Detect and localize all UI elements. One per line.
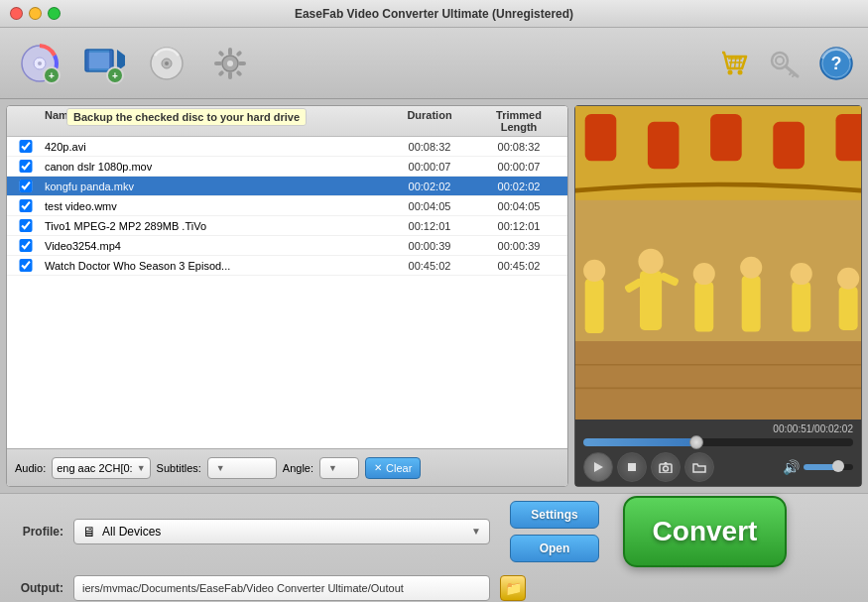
audio-dropdown[interactable]: eng aac 2CH[0: ▼ [52, 457, 150, 479]
table-row[interactable]: test video.wmv 00:04:05 00:04:05 [7, 196, 567, 216]
open-button[interactable]: Open [510, 535, 599, 562]
table-row[interactable]: 420p.avi 00:08:32 00:08:32 [7, 137, 567, 157]
row-checkbox[interactable] [11, 219, 41, 232]
profile-row: Profile: 🖥 All Devices ▼ Settings Open C… [14, 496, 854, 567]
file-duration: 00:45:02 [385, 260, 474, 272]
minimize-button[interactable] [29, 7, 42, 20]
output-path: iers/mvmac/Documents/EaseFab/Video Conve… [73, 575, 490, 601]
scene-svg [575, 106, 861, 420]
settings-toolbar-button[interactable] [200, 34, 260, 93]
add-dvd-button[interactable]: + [10, 34, 69, 93]
key-button[interactable] [763, 42, 806, 85]
svg-rect-62 [742, 276, 761, 332]
volume-icon: 🔊 [783, 459, 800, 475]
row-checkbox[interactable] [11, 140, 41, 153]
subtitle-dropdown[interactable]: ▼ [207, 457, 277, 479]
file-list-panel: Name Duration Trimmed Length Backup the … [6, 105, 568, 487]
progress-thumb[interactable] [689, 435, 703, 449]
angle-dropdown[interactable]: ▼ [319, 457, 359, 479]
row-checkbox[interactable] [11, 160, 41, 173]
snapshot-button[interactable] [651, 452, 681, 482]
subtitle-dropdown-arrow: ▼ [216, 463, 225, 473]
svg-rect-22 [235, 50, 242, 57]
svg-rect-45 [710, 114, 742, 161]
svg-point-65 [791, 263, 812, 285]
toolbar-right: ? [711, 42, 858, 85]
clear-button[interactable]: ✕ Clear [365, 457, 421, 479]
playback-controls: 🔊 [583, 452, 853, 482]
volume-thumb[interactable] [832, 460, 844, 472]
video-scene [575, 106, 861, 420]
folder-button[interactable] [684, 452, 714, 482]
file-trimmed: 00:08:32 [474, 141, 563, 153]
video-preview [575, 106, 861, 420]
file-trimmed: 00:00:39 [474, 240, 563, 252]
col-duration: Duration [385, 109, 474, 133]
stop-icon [627, 462, 637, 472]
row-checkbox[interactable] [11, 199, 41, 212]
table-row[interactable]: kongfu panda.mkv 00:02:02 00:02:02 [7, 177, 567, 196]
svg-line-35 [790, 72, 792, 74]
svg-rect-60 [694, 282, 713, 332]
svg-point-57 [638, 249, 663, 274]
file-name: test video.wmv [41, 200, 385, 212]
cart-button[interactable] [711, 42, 755, 85]
svg-point-55 [583, 260, 605, 282]
svg-rect-21 [217, 50, 224, 57]
svg-rect-66 [839, 287, 858, 330]
settings-button[interactable]: Settings [510, 501, 599, 529]
svg-point-63 [740, 257, 762, 279]
gear-icon [208, 42, 252, 85]
svg-rect-8 [85, 50, 89, 71]
row-checkbox[interactable] [11, 180, 41, 192]
file-list-body: 420p.avi 00:08:32 00:08:32 canon dslr 10… [7, 137, 567, 448]
table-row[interactable]: Tivo1 MPEG-2 MP2 289MB .TiVo 00:12:01 00… [7, 216, 567, 236]
file-name: Video3254.mp4 [41, 240, 385, 252]
window-controls [10, 7, 61, 20]
volume-slider[interactable] [804, 464, 853, 470]
file-trimmed: 00:00:07 [474, 161, 563, 173]
right-action-buttons: Settings Open [510, 501, 599, 562]
output-folder-button[interactable]: 📁 [500, 575, 526, 601]
add-iso-button[interactable] [137, 34, 196, 93]
table-row[interactable]: Watch Doctor Who Season 3 Episod... 00:4… [7, 256, 567, 276]
stop-button[interactable] [617, 452, 647, 482]
profile-value: All Devices [102, 525, 471, 539]
title-bar: EaseFab Video Converter Ultimate (Unregi… [0, 0, 868, 28]
add-video-button[interactable]: + [73, 34, 133, 93]
svg-rect-44 [648, 122, 680, 169]
svg-point-25 [728, 69, 733, 74]
file-name: canon dslr 1080p.mov [41, 161, 385, 173]
svg-line-36 [793, 74, 795, 76]
col-check [11, 109, 41, 133]
progress-bar[interactable] [583, 438, 853, 446]
svg-point-16 [227, 60, 233, 66]
preview-panel: 00:00:51/00:02:02 [574, 105, 862, 487]
table-row[interactable]: canon dslr 1080p.mov 00:00:07 00:00:07 [7, 157, 567, 177]
settings-label: Settings [531, 508, 577, 522]
svg-point-2 [38, 61, 42, 65]
play-button[interactable] [583, 452, 613, 482]
svg-rect-56 [640, 271, 662, 330]
convert-button[interactable]: Convert [623, 496, 787, 567]
row-checkbox[interactable] [11, 239, 41, 252]
clear-x-icon: ✕ [374, 462, 382, 473]
table-row[interactable]: Video3254.mp4 00:00:39 00:00:39 [7, 236, 567, 256]
help-button[interactable]: ? [814, 42, 858, 85]
svg-rect-54 [585, 279, 604, 333]
clear-label: Clear [386, 462, 412, 474]
file-name: Tivo1 MPEG-2 MP2 289MB .TiVo [41, 220, 385, 232]
svg-line-31 [739, 57, 740, 68]
file-trimmed: 00:04:05 [474, 200, 563, 212]
maximize-button[interactable] [48, 7, 61, 20]
profile-dropdown-arrow: ▼ [471, 526, 481, 537]
file-duration: 00:00:39 [385, 240, 474, 252]
close-button[interactable] [10, 7, 23, 20]
profile-dropdown[interactable]: 🖥 All Devices ▼ [73, 519, 490, 544]
profile-label: Profile: [14, 525, 63, 539]
row-checkbox[interactable] [11, 259, 41, 272]
monitor-icon: 🖥 [82, 524, 96, 540]
angle-dropdown-arrow: ▼ [328, 463, 337, 473]
file-duration: 00:04:05 [385, 200, 474, 212]
svg-rect-7 [88, 53, 110, 68]
